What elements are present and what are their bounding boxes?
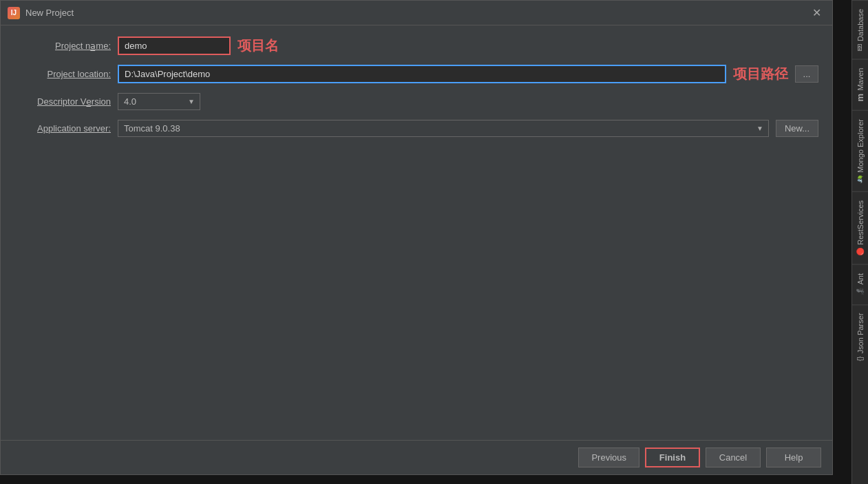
sidebar-tab-database[interactable]: 🗄 Database bbox=[852, 0, 868, 59]
project-location-annotation: 项目路径 bbox=[733, 65, 788, 83]
previous-button[interactable]: Previous bbox=[578, 448, 639, 467]
dialog-title-bar: IJ New Project ✕ bbox=[1, 1, 832, 25]
app-server-row: Application server: Tomcat 9.0.38 ▼ New.… bbox=[14, 120, 818, 137]
sidebar-tab-ant[interactable]: 🐜 Ant bbox=[852, 264, 868, 304]
rest-icon: 🔴 bbox=[856, 248, 864, 256]
project-name-row: Project na̲me: 项目名 bbox=[14, 36, 818, 55]
dialog-app-icon: IJ bbox=[8, 7, 20, 19]
sidebar-tab-maven[interactable]: m Maven bbox=[852, 59, 868, 110]
json-icon: {} bbox=[856, 356, 864, 361]
descriptor-version-select-wrapper: 4.0 3.1 3.0 2.5 ▼ bbox=[118, 93, 200, 110]
dialog-title: New Project bbox=[25, 8, 803, 18]
sidebar-tab-database-label: Database bbox=[856, 9, 865, 41]
app-server-select[interactable]: Tomcat 9.0.38 bbox=[118, 120, 769, 137]
database-icon: 🗄 bbox=[856, 44, 865, 51]
sidebar-tab-json[interactable]: {} Json Parser bbox=[852, 304, 868, 369]
cancel-button[interactable]: Cancel bbox=[706, 448, 761, 467]
help-button[interactable]: Help bbox=[766, 448, 821, 467]
project-location-input-wrapper bbox=[118, 65, 726, 83]
new-server-button[interactable]: New... bbox=[776, 120, 818, 137]
ant-icon: 🐜 bbox=[856, 288, 864, 296]
right-sidebar: 🗄 Database m Maven 🍃 Mongo Explorer 🔴 Re… bbox=[851, 0, 868, 484]
project-name-input-wrapper bbox=[118, 36, 231, 55]
browse-button[interactable]: ... bbox=[795, 65, 818, 83]
sidebar-tab-json-label: Json Parser bbox=[856, 313, 865, 354]
project-location-input[interactable] bbox=[119, 66, 725, 82]
sidebar-tab-mongo-label: Mongo Explorer bbox=[856, 119, 865, 173]
dialog-footer: Previous Finish Cancel Help bbox=[1, 440, 832, 474]
sidebar-tab-rest[interactable]: 🔴 RestServices bbox=[852, 191, 868, 264]
app-server-label: Application server: bbox=[14, 123, 111, 134]
sidebar-tab-ant-label: Ant bbox=[856, 273, 865, 285]
dialog-close-button[interactable]: ✕ bbox=[808, 5, 825, 21]
sidebar-tab-rest-label: RestServices bbox=[856, 200, 865, 245]
app-server-select-wrapper: Tomcat 9.0.38 ▼ bbox=[118, 120, 769, 137]
project-location-label: Project location: bbox=[14, 69, 111, 79]
sidebar-tab-mongo[interactable]: 🍃 Mongo Explorer bbox=[852, 110, 868, 192]
maven-icon: m bbox=[855, 94, 865, 102]
project-name-label: Project na̲me: bbox=[14, 41, 111, 51]
project-location-row: Project location: 项目路径 ... bbox=[14, 65, 818, 83]
mongo-icon: 🍃 bbox=[856, 175, 864, 183]
project-name-input[interactable] bbox=[119, 38, 229, 54]
sidebar-tab-maven-label: Maven bbox=[856, 68, 865, 91]
project-location-inner-wrapper bbox=[118, 65, 726, 83]
project-name-annotation: 项目名 bbox=[237, 36, 279, 55]
descriptor-version-label: Descriptor Ve̲rsion bbox=[14, 96, 111, 107]
descriptor-version-select[interactable]: 4.0 3.1 3.0 2.5 bbox=[118, 93, 200, 110]
finish-button[interactable]: Finish bbox=[645, 448, 700, 467]
descriptor-version-row: Descriptor Ve̲rsion 4.0 3.1 3.0 2.5 ▼ bbox=[14, 93, 818, 110]
empty-content-area bbox=[14, 147, 818, 429]
new-project-dialog: IJ New Project ✕ Project na̲me: 项目名 bbox=[0, 0, 833, 475]
dialog-body: Project na̲me: 项目名 Project location: bbox=[1, 25, 832, 440]
